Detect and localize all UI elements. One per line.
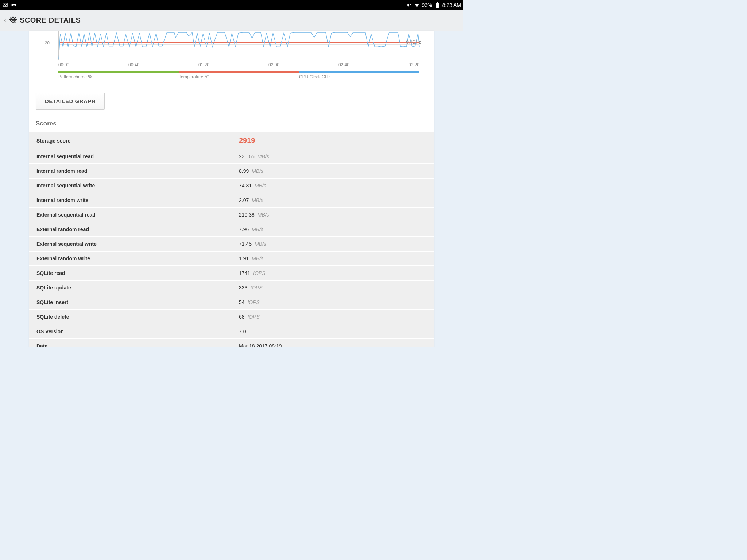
- status-time: 8:23 AM: [442, 2, 461, 8]
- score-unit: MB/s: [252, 256, 263, 261]
- mute-icon: [406, 2, 412, 8]
- chart-x-axis: 00:00 00:40 01:20 02:00 02:40 03:20: [58, 62, 419, 67]
- score-value: 210.38: [239, 212, 255, 218]
- table-row: SQLite read1741 IOPS: [29, 266, 434, 280]
- svg-rect-3: [436, 3, 439, 8]
- score-value-cell: 333 IOPS: [232, 280, 434, 295]
- score-value: 54: [239, 299, 245, 305]
- score-value-cell: 1741 IOPS: [232, 266, 434, 280]
- chart-area: 20 0.4GHz 00:00 00:40 01:20 02:00 02:40 …: [29, 31, 434, 82]
- score-card: 20 0.4GHz 00:00 00:40 01:20 02:00 02:40 …: [29, 31, 434, 347]
- score-label: OS Version: [29, 324, 232, 339]
- table-row: Internal random write2.07 MB/s: [29, 193, 434, 207]
- score-label: Date: [29, 339, 232, 347]
- score-value: 68: [239, 314, 245, 320]
- score-label: External sequential write: [29, 237, 232, 251]
- score-value-cell: Mar 18 2017 08:19: [232, 339, 434, 347]
- score-value: 8.99: [239, 168, 249, 174]
- score-unit: MB/s: [258, 153, 269, 159]
- snowflake-icon: [9, 15, 18, 26]
- legend-battery: Battery charge %: [58, 74, 179, 79]
- table-row: OS Version7.0: [29, 324, 434, 339]
- app-bar: SCORE DETAILS: [0, 10, 463, 31]
- wifi-icon: [414, 2, 420, 8]
- x-tick: 00:40: [128, 62, 139, 67]
- table-row: Internal random read8.99 MB/s: [29, 164, 434, 178]
- game-controller-icon: [11, 2, 17, 8]
- score-value: 74.31: [239, 183, 252, 188]
- score-label: External random read: [29, 222, 232, 237]
- y-right-tick: 0.4GHz: [406, 40, 421, 45]
- chart-frame[interactable]: 0.4GHz: [58, 31, 419, 60]
- detailed-graph-button[interactable]: DETAILED GRAPH: [36, 93, 105, 110]
- table-row: SQLite update333 IOPS: [29, 280, 434, 295]
- score-value-cell: 7.96 MB/s: [232, 222, 434, 237]
- score-unit: MB/s: [255, 183, 266, 188]
- legend-labels: Battery charge % Temperature °C CPU Cloc…: [58, 74, 419, 79]
- scores-heading: Scores: [36, 117, 427, 132]
- score-label: External random write: [29, 251, 232, 266]
- table-row: Internal sequential read230.65 MB/s: [29, 149, 434, 164]
- score-unit: IOPS: [250, 285, 262, 291]
- battery-percent: 93%: [422, 2, 432, 8]
- score-value-cell: 230.65 MB/s: [232, 149, 434, 164]
- score-value-cell: 8.99 MB/s: [232, 164, 434, 178]
- table-row: External sequential write71.45 MB/s: [29, 237, 434, 251]
- table-row: External random read7.96 MB/s: [29, 222, 434, 237]
- x-tick: 02:40: [338, 62, 349, 67]
- score-unit: IOPS: [253, 270, 265, 276]
- battery-icon: [434, 2, 440, 8]
- score-value-cell: 2919: [232, 132, 434, 149]
- scores-table: Storage score2919Internal sequential rea…: [29, 132, 434, 347]
- score-label: Internal random write: [29, 193, 232, 207]
- score-value: 71.45: [239, 241, 252, 247]
- score-value: 1741: [239, 270, 250, 276]
- x-tick: 02:00: [268, 62, 279, 67]
- score-value-cell: 210.38 MB/s: [232, 207, 434, 222]
- score-label: SQLite read: [29, 266, 232, 280]
- back-button[interactable]: [3, 15, 18, 26]
- score-label: Storage score: [29, 132, 232, 149]
- score-label: SQLite delete: [29, 310, 232, 324]
- score-unit: MB/s: [252, 226, 263, 232]
- score-unit: MB/s: [255, 241, 266, 247]
- score-label: Internal sequential read: [29, 149, 232, 164]
- x-tick: 00:00: [58, 62, 69, 67]
- status-bar: 93% 8:23 AM: [0, 0, 463, 10]
- score-value: Mar 18 2017 08:19: [239, 343, 282, 347]
- score-value-cell: 71.45 MB/s: [232, 237, 434, 251]
- table-row: External random write1.91 MB/s: [29, 251, 434, 266]
- score-unit: MB/s: [258, 212, 269, 218]
- score-unit: IOPS: [247, 299, 259, 305]
- legend-bar-temperature: [179, 71, 299, 73]
- score-value: 2.07: [239, 197, 249, 203]
- score-value: 2919: [239, 136, 255, 144]
- score-unit: MB/s: [252, 168, 263, 174]
- score-value: 1.91: [239, 256, 249, 261]
- score-value-cell: 2.07 MB/s: [232, 193, 434, 207]
- score-value-cell: 7.0: [232, 324, 434, 339]
- table-row: SQLite delete68 IOPS: [29, 310, 434, 324]
- score-value: 333: [239, 285, 247, 291]
- score-label: External sequential read: [29, 207, 232, 222]
- score-value-cell: 74.31 MB/s: [232, 178, 434, 193]
- score-label: Internal random read: [29, 164, 232, 178]
- score-value-cell: 1.91 MB/s: [232, 251, 434, 266]
- score-value: 230.65: [239, 153, 255, 159]
- x-tick: 03:20: [409, 62, 419, 67]
- score-value-cell: 68 IOPS: [232, 310, 434, 324]
- gallery-icon: [2, 2, 8, 8]
- table-row: External sequential read210.38 MB/s: [29, 207, 434, 222]
- x-tick: 01:20: [198, 62, 209, 67]
- legend-bar-battery: [58, 71, 179, 73]
- legend-color-bars: [58, 71, 419, 73]
- page-title: SCORE DETAILS: [20, 16, 81, 24]
- legend-cpu: CPU Clock GHz: [299, 74, 419, 79]
- score-label: Internal sequential write: [29, 178, 232, 193]
- score-unit: MB/s: [252, 197, 263, 203]
- legend-temperature: Temperature °C: [179, 74, 299, 79]
- table-row: Storage score2919: [29, 132, 434, 149]
- cpu-clock-line: [59, 31, 419, 60]
- table-row: Internal sequential write74.31 MB/s: [29, 178, 434, 193]
- table-row: DateMar 18 2017 08:19: [29, 339, 434, 347]
